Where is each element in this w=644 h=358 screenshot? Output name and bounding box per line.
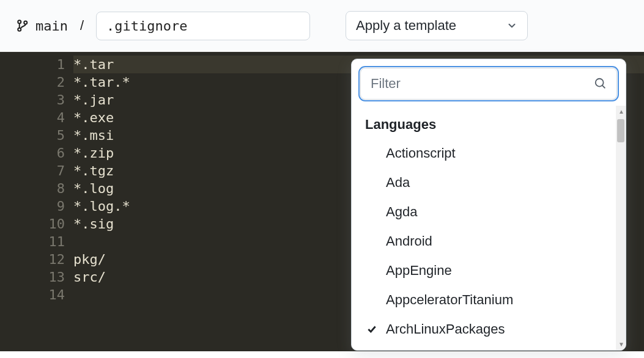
template-dropdown: Languages ActionscriptAdaAgdaAndroidAppE…: [351, 59, 626, 351]
template-option[interactable]: Agda: [352, 197, 616, 227]
line-number: 4: [0, 109, 65, 126]
path-separator: /: [76, 18, 87, 34]
template-option-label: Android: [386, 233, 432, 249]
svg-point-2: [24, 21, 27, 24]
line-number: 5: [0, 126, 65, 144]
template-option[interactable]: AppceleratorTitanium: [352, 285, 616, 315]
line-number: 6: [0, 144, 65, 162]
branch-name: main: [35, 18, 68, 34]
line-number: 12: [0, 250, 65, 268]
template-option[interactable]: Android: [352, 227, 616, 256]
line-number: 10: [0, 215, 65, 233]
template-option[interactable]: Ada: [352, 168, 616, 197]
line-number: 9: [0, 197, 65, 215]
line-number-gutter: 1234567891011121314: [0, 52, 73, 351]
template-filter-input[interactable]: [360, 68, 617, 100]
template-option[interactable]: ArchLinuxPackages: [352, 315, 616, 344]
dropdown-heading: Languages: [352, 109, 616, 139]
svg-line-4: [602, 86, 605, 89]
line-number: 2: [0, 73, 65, 91]
template-option[interactable]: AppEngine: [352, 256, 616, 285]
template-option[interactable]: Actionscript: [352, 139, 616, 168]
dropdown-scrollbar[interactable]: ▲ ▼: [616, 106, 626, 350]
line-number: 7: [0, 162, 65, 180]
scroll-up-arrow[interactable]: ▲: [618, 108, 624, 115]
file-path-toolbar: main / Apply a template: [0, 0, 644, 52]
apply-template-select[interactable]: Apply a template: [346, 11, 528, 40]
scrollbar-thumb[interactable]: [617, 119, 624, 142]
template-option-label: AppceleratorTitanium: [386, 292, 513, 308]
template-select-label: Apply a template: [356, 18, 456, 34]
svg-point-1: [18, 28, 21, 31]
template-option-label: ArchLinuxPackages: [386, 321, 505, 337]
template-option-label: Agda: [386, 204, 417, 220]
template-option-label: Actionscript: [386, 145, 456, 161]
svg-point-3: [596, 79, 604, 87]
check-icon: [365, 324, 379, 335]
branch-selector[interactable]: main: [17, 18, 68, 34]
line-number: 11: [0, 233, 65, 250]
search-icon: [594, 77, 607, 90]
line-number: 1: [0, 56, 65, 73]
line-number: 8: [0, 180, 65, 197]
git-branch-icon: [17, 20, 29, 32]
template-option-label: AppEngine: [386, 263, 452, 279]
scroll-down-arrow[interactable]: ▼: [618, 341, 624, 348]
chevron-down-icon: [506, 20, 517, 31]
line-number: 13: [0, 268, 65, 286]
line-number: 14: [0, 286, 65, 304]
line-number: 3: [0, 91, 65, 109]
filename-input[interactable]: [96, 12, 310, 40]
template-option-label: Ada: [386, 175, 410, 191]
